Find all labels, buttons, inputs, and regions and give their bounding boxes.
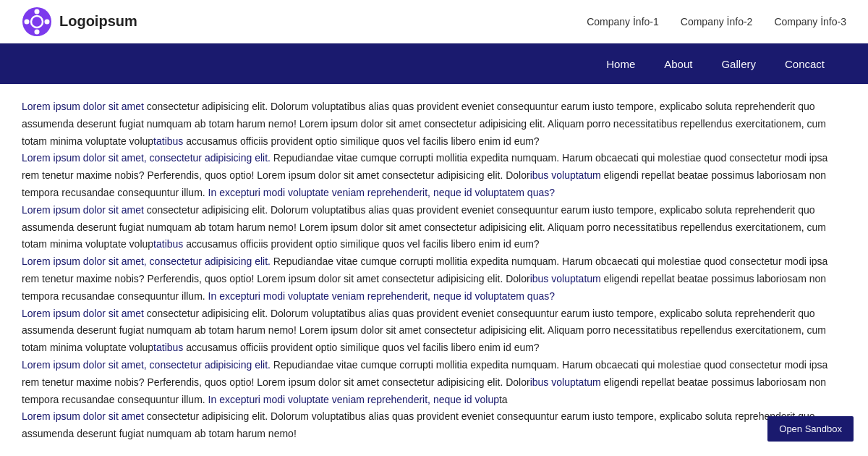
top-nav-item-1[interactable]: Company İnfo-1 [587,16,659,28]
top-nav-item-3[interactable]: Company İnfo-3 [774,16,846,28]
logo-area: Logoipsum [22,7,137,37]
nav-home[interactable]: Home [592,43,650,84]
content-area: Lorem ipsum dolor sit amet consectetur a… [0,84,868,456]
logo-text: Logoipsum [59,13,137,30]
content-paragraph-4: Lorem ipsum dolor sit amet, consectetur … [22,253,846,305]
nav-contact[interactable]: Concact [770,43,839,84]
svg-point-2 [35,9,40,14]
content-paragraph-1: Lorem ipsum dolor sit amet consectetur a… [22,98,846,150]
top-nav-item-2[interactable]: Company İnfo-2 [681,16,753,28]
content-paragraph-2: Lorem ipsum dolor sit amet, consectetur … [22,150,846,201]
nav-gallery[interactable]: Gallery [707,43,770,84]
content-paragraph-6: Lorem ipsum dolor sit amet, consectetur … [22,357,846,408]
content-paragraph-3: Lorem ipsum dolor sit amet consectetur a… [22,202,846,253]
nav-bar: Home About Gallery Concact [0,43,868,84]
open-sandbox-button[interactable]: Open Sandbox [767,416,854,442]
svg-point-3 [35,29,40,34]
top-nav: Company İnfo-1 Company İnfo-2 Company İn… [587,16,846,28]
top-bar: Logoipsum Company İnfo-1 Company İnfo-2 … [0,0,868,43]
svg-point-4 [25,19,30,24]
logo-icon [22,7,52,37]
svg-point-5 [45,19,50,24]
content-paragraph-7: Lorem ipsum dolor sit amet consectetur a… [22,408,846,443]
nav-about[interactable]: About [650,43,707,84]
content-paragraph-5: Lorem ipsum dolor sit amet consectetur a… [22,305,846,357]
